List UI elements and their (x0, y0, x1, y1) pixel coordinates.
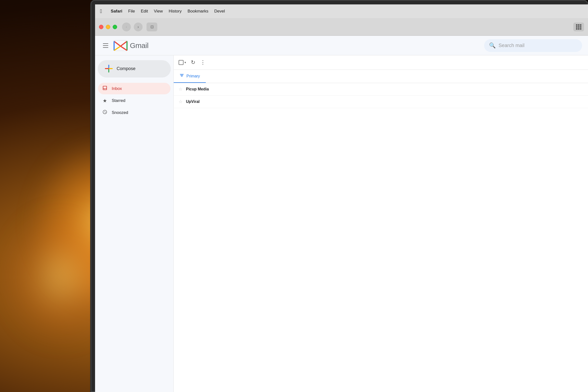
menubar-history[interactable]: History (166, 9, 185, 14)
svg-line-4 (120, 46, 127, 50)
traffic-lights (99, 25, 117, 29)
refresh-button[interactable]: ↻ (191, 59, 195, 66)
back-icon: ‹ (126, 25, 127, 29)
compose-plus-icon (105, 65, 113, 72)
hamburger-line (103, 43, 108, 44)
minimize-button[interactable] (106, 25, 110, 29)
email-sender: UpViral (186, 100, 230, 104)
gmail-m-icon (113, 40, 128, 52)
hamburger-line (103, 45, 108, 46)
gmail-area: Gmail 🔍 Search mail Compose (95, 36, 588, 392)
sidebar-item-inbox[interactable]: Inbox (98, 83, 170, 94)
checkbox-dropdown-arrow: ▾ (184, 61, 186, 64)
sidebar-toggle-icon: ⊡ (150, 24, 154, 29)
search-icon: 🔍 (489, 42, 496, 49)
menubar-bookmarks[interactable]: Bookmarks (184, 9, 211, 14)
grid-icon (576, 24, 582, 30)
star-icon[interactable]: ☆ (178, 99, 182, 104)
menubar-edit[interactable]: Edit (138, 9, 151, 14)
select-all-checkbox[interactable]: ▾ (178, 60, 186, 65)
checkbox-square (178, 60, 184, 65)
email-tabs: Primary (174, 70, 588, 83)
sidebar-item-snoozed-label: Snoozed (112, 110, 128, 115)
menubar-view[interactable]: View (151, 9, 166, 14)
sidebar-item-snoozed[interactable]: Snoozed (98, 107, 170, 118)
menubar-file[interactable]: File (125, 9, 138, 14)
star-icon: ★ (102, 98, 108, 104)
primary-tab-label: Primary (186, 74, 200, 78)
sidebar-toggle-button[interactable]: ⊡ (146, 22, 157, 31)
gmail-wordmark: Gmail (130, 42, 148, 50)
search-placeholder: Search mail (498, 43, 524, 48)
menubar-safari[interactable]: Safari (108, 9, 125, 14)
email-list-toolbar: ▾ ↻ ⋮ (174, 55, 588, 70)
tab-primary[interactable]: Primary (174, 70, 206, 83)
sidebar-item-starred-label: Starred (112, 98, 126, 103)
clock-icon (102, 110, 108, 116)
gmail-email-list: ▾ ↻ ⋮ Primary ☆ Picup Media (174, 55, 588, 392)
menubar-develop[interactable]: Devel (211, 9, 228, 14)
gmail-main: Compose Inbox ★ Starred (95, 55, 588, 392)
browser-chrome: ‹ › ⊡ (95, 18, 588, 36)
star-icon[interactable]: ☆ (178, 86, 182, 92)
forward-icon: › (138, 25, 139, 29)
search-bar[interactable]: 🔍 Search mail (484, 39, 582, 52)
macos-menubar:  Safari File Edit View History Bookmark… (95, 4, 588, 18)
forward-button[interactable]: › (134, 22, 142, 31)
hamburger-line (103, 47, 108, 48)
grid-menu-button[interactable] (573, 22, 584, 31)
email-row[interactable]: ☆ Picup Media (174, 83, 588, 96)
back-button[interactable]: ‹ (122, 22, 131, 31)
apple-menu[interactable]:  (100, 8, 102, 14)
gmail-sidebar: Compose Inbox ★ Starred (95, 55, 174, 392)
gmail-logo: Gmail (113, 40, 148, 52)
hamburger-menu-button[interactable] (101, 42, 110, 50)
primary-tab-icon (180, 73, 184, 79)
more-options-button[interactable]: ⋮ (200, 59, 206, 66)
compose-button[interactable]: Compose (98, 60, 170, 77)
close-button[interactable] (99, 25, 104, 29)
inbox-icon (102, 85, 108, 92)
fullscreen-button[interactable] (113, 25, 117, 29)
compose-label: Compose (116, 66, 136, 71)
gmail-header: Gmail 🔍 Search mail (95, 36, 588, 55)
email-sender: Picup Media (186, 87, 230, 92)
sidebar-item-inbox-label: Inbox (112, 86, 122, 91)
sidebar-item-starred[interactable]: ★ Starred (98, 95, 170, 106)
svg-line-3 (114, 46, 120, 50)
email-row[interactable]: ☆ UpViral (174, 96, 588, 108)
